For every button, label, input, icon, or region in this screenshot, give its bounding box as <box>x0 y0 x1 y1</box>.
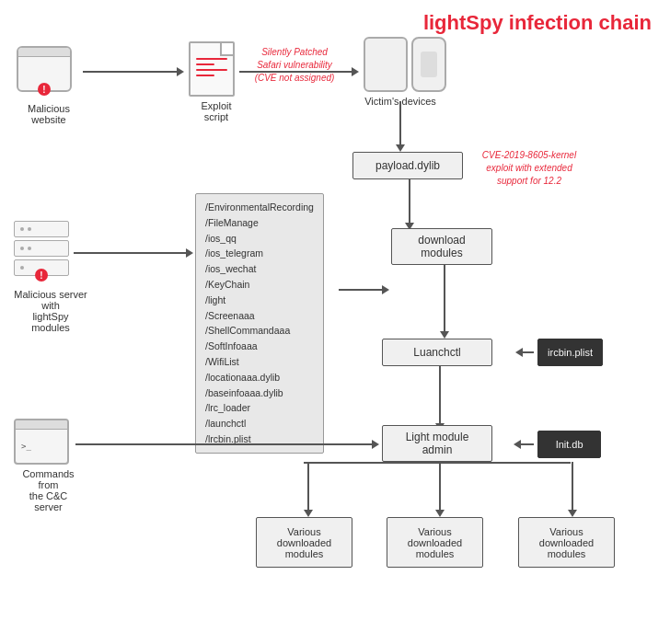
module-item: /KeyChain <box>205 277 314 293</box>
module-item: /EnvironmentalRecording <box>205 200 314 215</box>
arrow-exploit-victim <box>239 67 359 76</box>
module-item: /ShellCommandaaa <box>205 323 314 339</box>
module-item: /ios_telegram <box>205 246 314 261</box>
cnc-server-group: >_ Commands fromthe C&C server <box>14 419 83 512</box>
page-title: lightSpy infection chain <box>423 11 652 35</box>
light-module-admin-box: Light moduleadmin <box>382 425 492 462</box>
luanchctl: Luanchctl <box>382 339 492 366</box>
module-item: /SoftInfoaaa <box>205 339 314 354</box>
warning-icon: ! <box>38 83 51 96</box>
various-modules-2: Variousdownloadedmodules <box>387 517 483 568</box>
module-item: /lrc_loader <box>205 400 314 416</box>
initdb-group: Init.db <box>514 431 601 458</box>
various-3-box: Variousdownloadedmodules <box>518 517 615 568</box>
download-box: downloadmodules <box>391 228 492 265</box>
ircbin-plist-box: ircbin.plist <box>537 339 603 366</box>
various-modules-1: Variousdownloadedmodules <box>256 517 352 568</box>
malicious-website-group: ! Malicious website <box>17 46 81 125</box>
cve-label: CVE-2019-8605-kernelexploit with extende… <box>469 149 589 188</box>
various-1-box: Variousdownloadedmodules <box>256 517 352 568</box>
module-item: /locationaaa.dylib <box>205 370 314 385</box>
module-item: /launchctl <box>205 416 314 431</box>
server-warning-icon: ! <box>35 269 48 282</box>
arrow-list-download <box>339 285 389 294</box>
arrow-admin-various2 <box>435 462 445 517</box>
payload-dylib-box: payload.dylib <box>352 152 463 179</box>
arrow-admin-various1 <box>304 462 313 517</box>
light-admin-box: Light moduleadmin <box>382 425 492 462</box>
module-list: /EnvironmentalRecording /FileManage /ios… <box>195 193 324 454</box>
payload-box: payload.dylib <box>352 152 463 179</box>
ircbin-group: ircbin.plist <box>515 339 603 366</box>
victims-devices-group: Victim's devices <box>364 37 446 107</box>
exploit-script-group: Exploit script Silently PatchedSafari vu… <box>189 41 244 122</box>
arrow-initdb-admin <box>514 440 534 449</box>
module-list-box: /EnvironmentalRecording /FileManage /ios… <box>195 193 324 454</box>
various-modules-3: Variousdownloadedmodules <box>518 517 615 568</box>
terminal-prompt: >_ <box>16 430 67 463</box>
module-item: /Screenaaa <box>205 308 314 324</box>
cnc-label: Commands fromthe C&C server <box>14 468 83 512</box>
phone-icon <box>411 37 446 92</box>
module-item: /baseinfoaaa.dylib <box>205 385 314 401</box>
browser-icon: ! <box>17 46 72 92</box>
terminal-icon: >_ <box>14 419 69 465</box>
exploit-script-label: Exploit script <box>189 100 244 122</box>
arrow-ircbin-luanchctl <box>515 348 534 357</box>
arrow-victim-payload <box>396 101 405 152</box>
arrow-luanchctl-admin <box>435 366 445 431</box>
arrow-payload-download <box>405 179 414 230</box>
module-item: /light <box>205 293 314 308</box>
arrow-download-luanchctl <box>440 265 449 339</box>
malicious-server-group: ! Malicious server withlightSpy modules <box>14 221 87 333</box>
horizontal-connector <box>304 462 571 464</box>
arrow-website-exploit <box>83 67 184 76</box>
arrow-admin-various3 <box>568 462 577 517</box>
module-item: /WifiList <box>205 354 314 370</box>
malicious-server-label: Malicious server withlightSpy modules <box>14 289 87 333</box>
download-modules-box: downloadmodules <box>391 228 492 265</box>
module-item: /ios_qq <box>205 231 314 247</box>
tablet-icon <box>364 37 408 92</box>
malicious-website-label: Malicious website <box>17 103 81 125</box>
arrow-cnc-admin <box>75 440 379 449</box>
server-icon: ! <box>14 221 69 276</box>
luanchctl-box: Luanchctl <box>382 339 492 366</box>
arrow-server-modules <box>74 248 193 258</box>
init-db-box: Init.db <box>537 431 601 458</box>
module-item: /FileManage <box>205 215 314 231</box>
safari-vuln-label: Silently PatchedSafari vulnerability(CVE… <box>244 46 345 85</box>
module-item: /ios_wechat <box>205 261 314 277</box>
document-icon <box>189 41 235 97</box>
various-2-box: Variousdownloadedmodules <box>387 517 483 568</box>
